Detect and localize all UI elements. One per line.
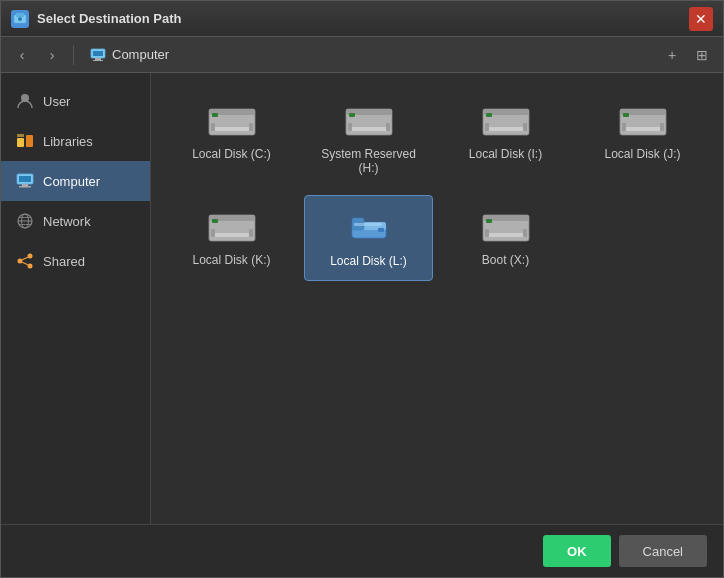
drive-i-icon: [479, 101, 533, 139]
svg-rect-54: [249, 229, 253, 237]
svg-rect-27: [212, 113, 218, 117]
sidebar-label-shared: Shared: [43, 254, 85, 269]
network-icon: [15, 211, 35, 231]
sidebar-item-computer[interactable]: Computer: [1, 161, 150, 201]
forward-button[interactable]: ›: [39, 42, 65, 68]
select-destination-dialog: Select Destination Path ✕ ‹ › Computer +…: [0, 0, 724, 578]
location-bar: Computer: [82, 47, 655, 63]
svg-rect-35: [348, 123, 352, 131]
shared-icon: [15, 251, 35, 271]
svg-rect-34: [350, 127, 388, 131]
svg-rect-45: [623, 113, 629, 117]
svg-rect-63: [487, 233, 525, 237]
back-button[interactable]: ‹: [9, 42, 35, 68]
svg-rect-9: [26, 135, 33, 147]
svg-rect-53: [211, 229, 215, 237]
ok-button[interactable]: OK: [543, 535, 611, 567]
drive-k-icon: [205, 207, 259, 245]
svg-point-21: [28, 264, 33, 269]
sidebar-item-user[interactable]: User: [1, 81, 150, 121]
svg-rect-12: [19, 176, 31, 182]
drive-k[interactable]: Local Disk (K:): [167, 195, 296, 281]
drive-i[interactable]: Local Disk (I:): [441, 89, 570, 187]
dialog-icon: [11, 10, 29, 28]
sidebar-label-computer: Computer: [43, 174, 100, 189]
drive-k-label: Local Disk (K:): [192, 253, 270, 267]
title-bar: Select Destination Path ✕: [1, 1, 723, 37]
dialog-title: Select Destination Path: [37, 11, 689, 26]
svg-rect-28: [213, 127, 251, 131]
svg-point-2: [18, 17, 22, 21]
sidebar: User Libraries: [1, 73, 151, 524]
svg-rect-30: [249, 123, 253, 131]
drive-h-label: System Reserved (H:): [312, 147, 425, 175]
svg-rect-36: [386, 123, 390, 131]
drive-i-label: Local Disk (I:): [469, 147, 542, 161]
svg-rect-62: [486, 219, 492, 223]
svg-line-23: [22, 257, 28, 260]
svg-rect-41: [485, 123, 489, 131]
svg-rect-8: [17, 138, 24, 147]
drive-l[interactable]: Local Disk (L:): [304, 195, 433, 281]
sidebar-item-network[interactable]: Network: [1, 201, 150, 241]
sidebar-item-libraries[interactable]: Libraries: [1, 121, 150, 161]
main-content: User Libraries: [1, 73, 723, 524]
drive-l-icon: [342, 208, 396, 246]
drive-c-label: Local Disk (C:): [192, 147, 271, 161]
svg-rect-4: [93, 51, 103, 56]
toolbar: ‹ › Computer + ⊞: [1, 37, 723, 73]
drive-c[interactable]: Local Disk (C:): [167, 89, 296, 187]
toolbar-separator: [73, 45, 74, 65]
add-folder-button[interactable]: +: [659, 42, 685, 68]
location-label: Computer: [112, 47, 169, 62]
drive-h-icon: [342, 101, 396, 139]
drive-j[interactable]: Local Disk (J:): [578, 89, 707, 187]
svg-rect-58: [378, 228, 384, 232]
svg-rect-33: [349, 113, 355, 117]
toolbar-actions: + ⊞: [659, 42, 715, 68]
libraries-icon: [15, 131, 35, 151]
sidebar-label-network: Network: [43, 214, 91, 229]
svg-point-22: [18, 259, 23, 264]
cancel-button[interactable]: Cancel: [619, 535, 707, 567]
svg-rect-5: [95, 58, 101, 60]
drive-j-icon: [616, 101, 670, 139]
drive-l-label: Local Disk (L:): [330, 254, 407, 268]
svg-rect-59: [354, 223, 382, 226]
svg-rect-39: [486, 113, 492, 117]
close-button[interactable]: ✕: [689, 7, 713, 31]
svg-rect-14: [19, 186, 31, 188]
svg-rect-6: [93, 60, 103, 61]
view-toggle-button[interactable]: ⊞: [689, 42, 715, 68]
svg-rect-46: [624, 127, 662, 131]
svg-rect-13: [22, 184, 28, 186]
drive-c-icon: [205, 101, 259, 139]
drive-j-label: Local Disk (J:): [604, 147, 680, 161]
svg-rect-29: [211, 123, 215, 131]
drive-h[interactable]: System Reserved (H:): [304, 89, 433, 187]
sidebar-item-shared[interactable]: Shared: [1, 241, 150, 281]
svg-rect-51: [212, 219, 218, 223]
location-computer-icon: [90, 47, 106, 63]
svg-rect-47: [622, 123, 626, 131]
svg-rect-42: [523, 123, 527, 131]
drive-x-label: Boot (X:): [482, 253, 529, 267]
user-icon: [15, 91, 35, 111]
computer-icon: [15, 171, 35, 191]
svg-rect-48: [660, 123, 664, 131]
svg-point-20: [28, 254, 33, 259]
svg-rect-52: [213, 233, 251, 237]
sidebar-label-libraries: Libraries: [43, 134, 93, 149]
drives-grid: Local Disk (C:) System Reserved (H:): [167, 89, 707, 281]
svg-rect-10: [17, 134, 24, 137]
svg-rect-64: [485, 229, 489, 237]
drive-x[interactable]: Boot (X:): [441, 195, 570, 281]
content-area: Local Disk (C:) System Reserved (H:): [151, 73, 723, 524]
svg-rect-1: [16, 13, 24, 17]
footer: OK Cancel: [1, 524, 723, 577]
sidebar-label-user: User: [43, 94, 70, 109]
svg-rect-65: [523, 229, 527, 237]
svg-line-24: [22, 262, 28, 265]
svg-rect-40: [487, 127, 525, 131]
drive-x-icon: [479, 207, 533, 245]
